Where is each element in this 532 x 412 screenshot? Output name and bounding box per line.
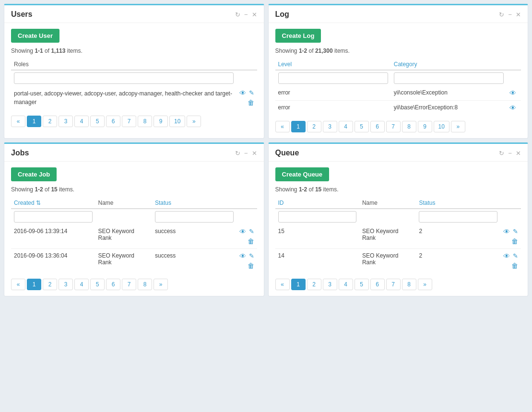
log-pagination: « 1 2 3 4 5 6 7 8 9 10 » (275, 121, 521, 132)
log-close-icon[interactable]: ✕ (516, 11, 521, 18)
users-page-7[interactable]: 7 (122, 116, 136, 127)
log-page-2[interactable]: 2 (307, 121, 321, 132)
users-filter-roles[interactable] (11, 70, 236, 86)
log-minimize-icon[interactable]: − (508, 11, 512, 18)
queue-page-7[interactable]: 7 (386, 279, 401, 290)
log-page-next[interactable]: » (451, 121, 465, 132)
users-roles-filter-input[interactable] (14, 72, 234, 84)
jobs-edit-icon-2[interactable]: ✎ (249, 252, 254, 260)
jobs-page-2[interactable]: 2 (43, 279, 57, 290)
jobs-page-4[interactable]: 4 (74, 279, 89, 290)
users-close-icon[interactable]: ✕ (252, 11, 257, 18)
create-user-button[interactable]: Create User (11, 29, 59, 43)
queue-id-filter-input[interactable] (278, 211, 356, 223)
log-col-category[interactable]: Category (391, 58, 507, 70)
log-row2-category: yii\base\ErrorException:8 (391, 101, 507, 116)
queue-page-next[interactable]: » (418, 279, 432, 290)
users-delete-icon[interactable]: 🗑 (248, 99, 254, 106)
jobs-page-7[interactable]: 7 (122, 279, 136, 290)
users-page-1[interactable]: 1 (27, 116, 41, 127)
queue-page-6[interactable]: 6 (370, 279, 385, 290)
log-page-7[interactable]: 7 (386, 121, 401, 132)
queue-page-3[interactable]: 3 (323, 279, 337, 290)
queue-col-name: Name (359, 197, 416, 209)
queue-close-icon[interactable]: ✕ (516, 150, 521, 157)
log-page-prev[interactable]: « (275, 121, 290, 132)
queue-page-4[interactable]: 4 (339, 279, 353, 290)
log-row2-level: error (275, 101, 391, 116)
jobs-page-3[interactable]: 3 (59, 279, 73, 290)
log-view-icon-2[interactable]: 👁 (509, 104, 516, 112)
queue-edit-icon-1[interactable]: ✎ (513, 228, 518, 235)
log-refresh-icon[interactable]: ↻ (499, 11, 504, 18)
log-page-5[interactable]: 5 (355, 121, 369, 132)
log-page-8[interactable]: 8 (402, 121, 416, 132)
queue-status-filter-input[interactable] (419, 211, 497, 223)
queue-refresh-icon[interactable]: ↻ (499, 150, 504, 157)
jobs-row2-created: 2016-09-06 13:36:04 (11, 249, 95, 273)
jobs-view-icon-2[interactable]: 👁 (239, 252, 246, 260)
jobs-delete-icon-1[interactable]: 🗑 (248, 237, 254, 245)
users-page-4[interactable]: 4 (74, 116, 89, 127)
users-page-5[interactable]: 5 (90, 116, 105, 127)
jobs-page-prev[interactable]: « (11, 279, 25, 290)
queue-col-id[interactable]: ID (275, 197, 359, 209)
users-page-8[interactable]: 8 (138, 116, 152, 127)
jobs-minimize-icon[interactable]: − (244, 150, 248, 157)
users-minimize-icon[interactable]: − (244, 11, 248, 18)
queue-delete-icon-2[interactable]: 🗑 (511, 262, 518, 270)
queue-edit-icon-2[interactable]: ✎ (513, 252, 518, 260)
queue-minimize-icon[interactable]: − (508, 150, 512, 157)
queue-view-icon-2[interactable]: 👁 (503, 252, 510, 260)
log-page-3[interactable]: 3 (323, 121, 337, 132)
users-page-6[interactable]: 6 (106, 116, 120, 127)
queue-view-icon-1[interactable]: 👁 (503, 228, 510, 235)
jobs-delete-icon-2[interactable]: 🗑 (248, 262, 254, 270)
jobs-view-icon-1[interactable]: 👁 (239, 228, 246, 235)
create-job-button[interactable]: Create Job (11, 167, 57, 181)
jobs-page-1[interactable]: 1 (27, 279, 41, 290)
queue-page-8[interactable]: 8 (402, 279, 416, 290)
users-refresh-icon[interactable]: ↻ (235, 11, 240, 18)
users-page-10[interactable]: 10 (169, 116, 185, 127)
queue-page-prev[interactable]: « (275, 279, 290, 290)
jobs-created-filter-input[interactable] (14, 211, 93, 223)
queue-page-2[interactable]: 2 (307, 279, 321, 290)
log-row1-category: yii\console\Exception (391, 86, 507, 101)
users-page-3[interactable]: 3 (59, 116, 73, 127)
users-page-9[interactable]: 9 (154, 116, 168, 127)
jobs-page-5[interactable]: 5 (90, 279, 105, 290)
log-category-filter-input[interactable] (394, 72, 504, 84)
users-page-prev[interactable]: « (11, 116, 25, 127)
jobs-col-status[interactable]: Status (152, 197, 236, 209)
jobs-edit-icon-1[interactable]: ✎ (249, 228, 254, 235)
table-row: 2016-09-06 13:36:04 SEO Keyword Rank suc… (11, 249, 257, 273)
jobs-page-next[interactable]: » (154, 279, 168, 290)
users-edit-icon[interactable]: ✎ (249, 89, 254, 97)
queue-page-1[interactable]: 1 (291, 279, 306, 290)
jobs-page-6[interactable]: 6 (106, 279, 120, 290)
log-page-10[interactable]: 10 (434, 121, 449, 132)
queue-page-5[interactable]: 5 (355, 279, 369, 290)
queue-delete-icon-1[interactable]: 🗑 (511, 237, 518, 245)
queue-row2-id: 14 (275, 249, 359, 273)
create-queue-button[interactable]: Create Queue (275, 167, 330, 181)
log-col-level[interactable]: Level (275, 58, 391, 70)
jobs-status-filter-input[interactable] (155, 211, 234, 223)
jobs-col-created[interactable]: Created ⇅ (11, 197, 95, 209)
jobs-page-8[interactable]: 8 (138, 279, 152, 290)
users-view-icon[interactable]: 👁 (239, 89, 246, 97)
log-page-6[interactable]: 6 (370, 121, 385, 132)
create-log-button[interactable]: Create Log (275, 29, 321, 43)
log-page-4[interactable]: 4 (339, 121, 353, 132)
log-page-9[interactable]: 9 (418, 121, 432, 132)
log-level-filter-input[interactable] (278, 72, 388, 84)
jobs-refresh-icon[interactable]: ↻ (235, 150, 240, 157)
users-page-next[interactable]: » (187, 116, 201, 127)
log-view-icon-1[interactable]: 👁 (509, 89, 516, 97)
queue-col-status[interactable]: Status (416, 197, 500, 209)
users-page-2[interactable]: 2 (43, 116, 57, 127)
queue-row1-name: SEO Keyword Rank (359, 224, 416, 249)
log-page-1[interactable]: 1 (291, 121, 306, 132)
jobs-close-icon[interactable]: ✕ (252, 150, 257, 157)
